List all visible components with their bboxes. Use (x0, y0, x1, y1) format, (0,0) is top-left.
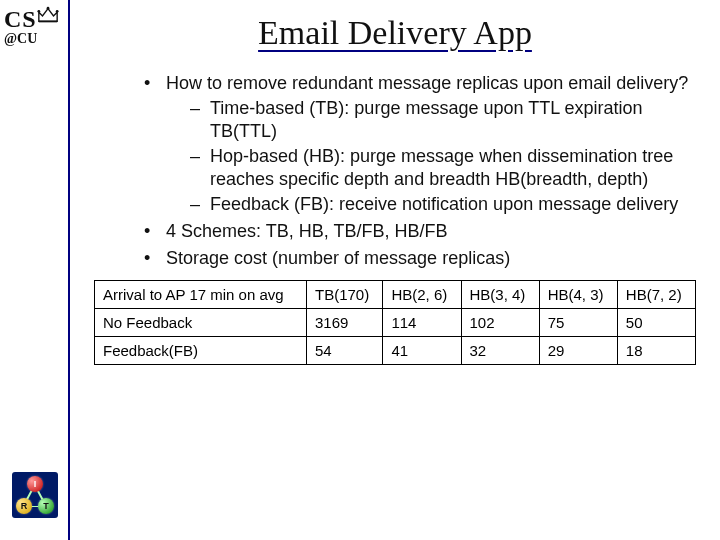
table-row-label: No Feedback (95, 309, 307, 337)
sub-bullet-item: Time-based (TB): purge message upon TTL … (190, 97, 696, 143)
sub-bullet-item: Hop-based (HB): purge message when disse… (190, 145, 696, 191)
table-cell: 54 (307, 337, 383, 365)
table-cell: 102 (461, 309, 539, 337)
cs-cu-logo: CS @CU (4, 6, 66, 47)
bullet-item: Storage cost (number of message replicas… (144, 247, 696, 270)
table-cell: 114 (383, 309, 461, 337)
sub-bullet-item: Feedback (FB): receive notification upon… (190, 193, 696, 216)
table-cell: 18 (617, 337, 695, 365)
table-row: Feedback(FB) 54 41 32 29 18 (95, 337, 696, 365)
graph-node-r: R (16, 498, 32, 514)
table-row-label: Feedback(FB) (95, 337, 307, 365)
table-header-cell: TB(170) (307, 281, 383, 309)
svg-point-1 (46, 7, 49, 10)
table-cell: 50 (617, 309, 695, 337)
table-cell: 3169 (307, 309, 383, 337)
page-title: Email Delivery App (94, 14, 696, 52)
table-header-row: Arrival to AP 17 min on avg TB(170) HB(2… (95, 281, 696, 309)
table-header-cell: HB(7, 2) (617, 281, 695, 309)
graph-node-i: I (27, 476, 43, 492)
table-row: No Feedback 3169 114 102 75 50 (95, 309, 696, 337)
table-cell: 75 (539, 309, 617, 337)
table-cell: 32 (461, 337, 539, 365)
sub-bullet-text: Hop-based (HB): purge message when disse… (210, 146, 673, 189)
bullet-text: 4 Schemes: TB, HB, TB/FB, HB/FB (166, 221, 447, 241)
crown-icon (37, 6, 59, 24)
slide-content: Email Delivery App How to remove redunda… (70, 0, 720, 540)
table-cell: 41 (383, 337, 461, 365)
table-header-cell: HB(3, 4) (461, 281, 539, 309)
table-header-cell: HB(4, 3) (539, 281, 617, 309)
logo-cs-text: CS (4, 6, 37, 33)
table-header-cell: HB(2, 6) (383, 281, 461, 309)
bullet-text: How to remove redundant message replicas… (166, 73, 688, 93)
svg-point-0 (37, 10, 40, 13)
sub-bullet-list: Time-based (TB): purge message upon TTL … (166, 97, 696, 216)
svg-point-2 (55, 10, 58, 13)
logo-atcu-text: @CU (4, 31, 66, 47)
table-header-cell: Arrival to AP 17 min on avg (95, 281, 307, 309)
sub-bullet-text: Time-based (TB): purge message upon TTL … (210, 98, 643, 141)
sidebar: CS @CU I R T (0, 0, 70, 540)
bullet-list: How to remove redundant message replicas… (94, 72, 696, 270)
bullet-item: How to remove redundant message replicas… (144, 72, 696, 216)
graph-node-t: T (38, 498, 54, 514)
sub-bullet-text: Feedback (FB): receive notification upon… (210, 194, 678, 214)
bullet-text: Storage cost (number of message replicas… (166, 248, 510, 268)
table-cell: 29 (539, 337, 617, 365)
bullet-item: 4 Schemes: TB, HB, TB/FB, HB/FB (144, 220, 696, 243)
graph-logo: I R T (12, 472, 58, 518)
storage-cost-table: Arrival to AP 17 min on avg TB(170) HB(2… (94, 280, 696, 365)
